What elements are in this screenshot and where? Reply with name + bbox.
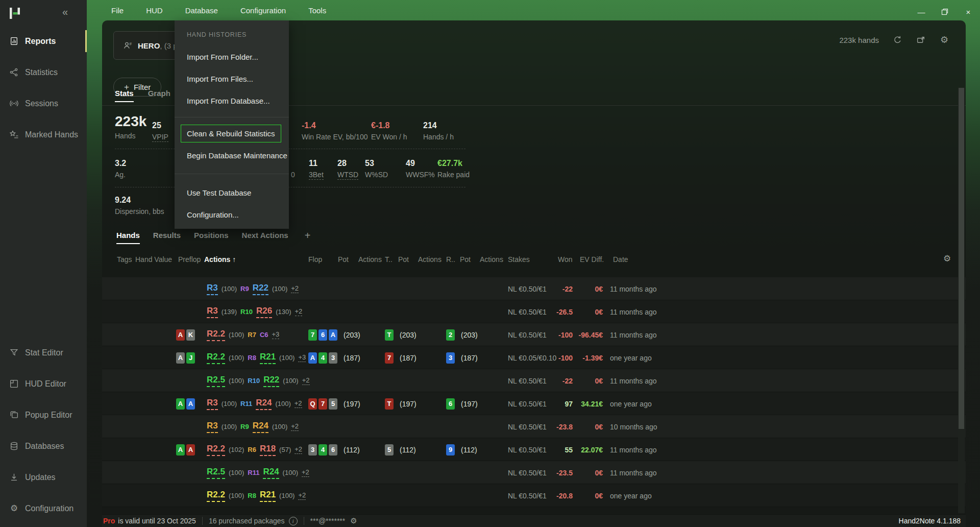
ev-diff: 34.21€ [552,392,603,415]
column-header-r[interactable]: R.. [446,255,455,264]
sidebar-bottom-group: Stat EditorHUD EditorPopup EditorDatabas… [0,337,87,524]
ev-diff: 22.07€ [552,438,603,461]
menu-item-import-from-database[interactable]: Import From Database... [175,90,289,112]
stat-label[interactable]: VPIP [152,133,168,142]
menu-hud[interactable]: HUD [143,4,166,17]
column-header-actions[interactable]: Actions [480,255,503,264]
action: R11 [248,469,259,476]
column-header-date[interactable]: Date [613,255,628,264]
sidebar-item-sessions[interactable]: Sessions [0,88,87,119]
sidebar-item-databases[interactable]: Databases [0,430,87,462]
menu-item-use-test-database[interactable]: Use Test Database [175,182,289,204]
popup-editor-icon [9,410,19,420]
action: (100) [229,331,244,339]
table-row[interactable]: AAR3(100)R11R24(100)+2Q75(197)T(197)6(19… [102,392,966,415]
sidebar-item-updates[interactable]: Updates [0,462,87,493]
table-row[interactable]: AJR2.2(100)R8R21(100)+3A43(187)7(187)3(1… [102,346,966,369]
card-6: 6 [446,398,455,410]
stat-threebet: 113Bet [309,158,324,180]
action: R22 [253,283,268,295]
table-row[interactable]: AKR2.2(100)R7C6+376A(203)T(203)2(203)NL … [102,323,966,346]
menu-database[interactable]: Database [182,4,221,17]
column-header-flop[interactable]: Flop [308,255,322,264]
sidebar-item-label: Marked Hands [25,130,78,139]
collapse-sidebar-icon[interactable]: « [62,6,68,18]
column-header-actions[interactable]: Actions [358,255,382,264]
add-tab-icon[interactable]: + [305,231,311,240]
column-header-tags[interactable]: Tags [117,255,132,264]
table-row[interactable]: R2.2(100)R8R21(100)+2NL €0.50/€1-20.80€o… [102,484,966,507]
open-in-new-window-icon[interactable] [916,35,926,45]
table-row[interactable]: AAR2.2(102)R6R18(57)+2346(112)5(112)9(11… [102,438,966,461]
tab-positions[interactable]: Positions [194,231,229,244]
tab-hands[interactable]: Hands [116,231,140,244]
tab-next-actions[interactable]: Next Actions [242,231,288,244]
databases-icon [9,441,19,451]
column-header-actions[interactable]: Actions ↑ [204,255,236,264]
column-header-actions[interactable]: Actions [418,255,442,264]
card-T: T [385,398,394,410]
table-row[interactable]: R3(100)R9R24(100)+2NL €0.50/€1-23.80€10 … [102,415,966,438]
sidebar-item-configuration[interactable]: ⚙Configuration [0,493,87,524]
account-settings-gear-icon[interactable]: ⚙ [350,516,357,525]
minimize-button[interactable]: — [914,5,929,18]
menu-tools[interactable]: Tools [305,4,329,17]
menu-file[interactable]: File [108,4,127,17]
preflop-actions: R2.2(100)R8R21(100)+3 [207,346,306,369]
action: (100) [275,400,290,408]
turn-card: 5(112) [385,438,416,461]
stat-label[interactable]: 3Bet [309,171,324,180]
hand-date: 11 months ago [610,323,657,346]
sidebar-item-reports[interactable]: Reports [0,26,87,57]
table-row[interactable]: R2.5(100)R10R22(100)+2NL €0.50/€1-220€11… [102,369,966,392]
menu-configuration[interactable]: Configuration [237,4,289,17]
tab-results[interactable]: Results [153,231,181,244]
tab-stats[interactable]: Stats [115,89,134,102]
action: R2.2 [207,444,225,456]
info-icon[interactable]: i [289,517,298,525]
menu-item-import-from-files[interactable]: Import From Files... [175,68,289,90]
vertical-scrollbar-thumb[interactable] [959,88,964,429]
stat-value: 214 [423,121,454,131]
river-card: 2(203) [446,323,478,346]
menu-item-import-from-folder[interactable]: Import From Folder... [175,46,289,68]
table-row[interactable]: R3(100)R9R22(100)+2NL €0.50/€1-220€11 mo… [102,277,966,300]
sidebar-item-label: Updates [25,473,56,482]
sidebar-item-statistics[interactable]: Statistics [0,57,87,88]
table-row[interactable]: R3(139)R10R26(130)+2NL €0.50/€1-26.50€11… [102,300,966,323]
refresh-icon[interactable] [892,35,902,45]
menu-item-clean-rebuild-statistics[interactable]: Clean & Rebuild Statistics [175,123,289,145]
card-6: 6 [329,444,337,456]
column-header-stakes[interactable]: Stakes [508,255,530,264]
close-button[interactable]: × [961,5,976,18]
stats-divider-1 [115,149,465,149]
column-header-preflop[interactable]: Preflop [178,255,201,264]
report-settings-gear-icon[interactable]: ⚙ [939,35,949,45]
hand-date: 11 months ago [610,438,657,461]
column-header-pot[interactable]: Pot [398,255,409,264]
menu-item-begin-database-maintenance[interactable]: Begin Database Maintenance [175,145,289,166]
preflop-actions: R3(139)R10R26(130)+2 [207,300,302,323]
column-header-pot[interactable]: Pot [460,255,471,264]
tab-graph[interactable]: Graph [148,89,170,102]
sidebar-item-marked-hands[interactable]: Marked Hands [0,119,87,150]
column-header-handvalue[interactable]: Hand Value [135,255,172,264]
stat-label[interactable]: WTSD [337,171,358,180]
sidebar-top-group: ReportsStatisticsSessionsMarked Hands [0,26,87,150]
stat-fragment: 0 [291,171,295,179]
restore-button[interactable] [937,5,952,18]
column-header-won[interactable]: Won [558,255,573,264]
ev-diff: -96.45€ [552,323,603,346]
sidebar-item-popup-editor[interactable]: Popup Editor [0,399,87,430]
columns-settings-gear-icon[interactable]: ⚙ [943,253,951,264]
report-toolbar-right: 223k hands ⚙ [839,35,949,45]
column-header-pot[interactable]: Pot [338,255,349,264]
action: R21 [260,352,276,364]
sidebar-item-stat-editor[interactable]: Stat Editor [0,337,87,368]
configuration-icon: ⚙ [9,504,19,513]
table-row[interactable]: R2.5(100)R11R24(100)+2NL €0.50/€1-23.50€… [102,461,966,484]
column-header-evdiff[interactable]: EV Diff. [580,255,604,264]
menu-item-configuration[interactable]: Configuration... [175,204,289,226]
column-header-t[interactable]: T.. [385,255,393,264]
sidebar-item-hud-editor[interactable]: HUD Editor [0,368,87,399]
